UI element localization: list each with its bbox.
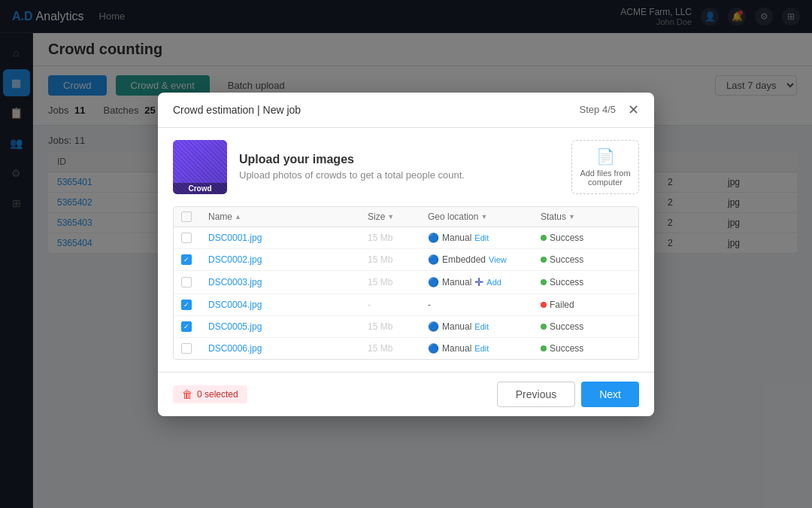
upload-desc: Upload photos of crowds to get a total p…: [239, 169, 465, 181]
status-dot-5: [541, 324, 547, 330]
status-text-6: Success: [550, 343, 583, 354]
col-size-header[interactable]: Size ▼: [368, 211, 428, 222]
file-row: DSC0004.jpg - - Failed: [174, 294, 638, 316]
modal-close-button[interactable]: ✕: [628, 103, 639, 117]
file-checkbox-3[interactable]: [181, 277, 192, 287]
status-dot-1: [541, 235, 547, 241]
file-name-4[interactable]: DSC0004.jpg: [208, 300, 368, 310]
file-checkbox-5[interactable]: [181, 321, 192, 332]
status-sort-icon: ▼: [568, 213, 575, 221]
selected-badge: 🗑 0 selected: [173, 385, 247, 403]
modal-title: Crowd estimation | New job: [173, 104, 301, 116]
status-dot-3: [541, 279, 547, 285]
status-text-5: Success: [550, 321, 583, 332]
file-upload-icon: 📄: [596, 148, 615, 166]
file-checkbox-1[interactable]: [181, 233, 192, 243]
modal-step: Step 4/5: [580, 104, 616, 115]
status-cell-4: Failed: [541, 300, 631, 310]
name-sort-icon: ▲: [235, 213, 241, 221]
geo-cell-5: 🔵 Manual Edit: [428, 321, 541, 332]
upload-header: Crowd Upload your images Upload photos o…: [173, 140, 639, 194]
geo-edit-1[interactable]: Edit: [474, 233, 489, 242]
status-text-3: Success: [550, 277, 583, 287]
geo-type-2: Embedded: [442, 254, 486, 265]
file-size-1: 15 Mb: [368, 233, 428, 243]
status-cell-6: Success: [541, 343, 631, 354]
modal-footer: 🗑 0 selected Previous Next: [158, 372, 654, 416]
file-name-6[interactable]: DSC0006.jpg: [208, 343, 368, 354]
file-size-5: 15 Mb: [368, 321, 428, 332]
geo-edit-6[interactable]: Edit: [474, 344, 489, 353]
geo-sort-icon: ▼: [480, 213, 487, 221]
geo-icon-6: 🔵: [428, 343, 439, 354]
file-size-3: 15 Mb: [368, 277, 428, 287]
crowd-thumbnail: Crowd: [173, 140, 227, 194]
file-name-5[interactable]: DSC0005.jpg: [208, 321, 368, 332]
status-text-2: Success: [550, 254, 583, 265]
file-table-header: Name ▲ Size ▼ Geo location ▼ Status ▼: [174, 207, 638, 227]
status-cell-3: Success: [541, 277, 631, 287]
geo-icon-1: 🔵: [428, 233, 439, 243]
file-checkbox-6[interactable]: [181, 343, 192, 354]
file-table-body: DSC0001.jpg 15 Mb 🔵 Manual Edit Success: [174, 227, 638, 359]
select-all-checkbox[interactable]: [181, 211, 192, 222]
status-text-4: Failed: [550, 300, 574, 310]
status-dot-6: [541, 345, 547, 351]
geo-type-1: Manual: [442, 233, 471, 243]
geo-type-4: -: [428, 300, 431, 310]
size-sort-icon: ▼: [387, 213, 394, 221]
file-checkbox-2[interactable]: [181, 254, 192, 265]
file-row: DSC0002.jpg 15 Mb 🔵 Embedded View Succes…: [174, 249, 638, 271]
col-geo-header[interactable]: Geo location ▼: [428, 211, 541, 222]
add-files-label: Add files from computer: [580, 169, 630, 187]
geo-icon-5: 🔵: [428, 321, 439, 332]
modal-dialog: Crowd estimation | New job Step 4/5 ✕ Cr…: [158, 93, 654, 416]
selected-count: 0 selected: [197, 389, 238, 400]
geo-add-3[interactable]: ✛: [474, 276, 483, 288]
file-name-1[interactable]: DSC0001.jpg: [208, 233, 368, 243]
next-button[interactable]: Next: [581, 382, 639, 407]
file-checkbox-4[interactable]: [181, 300, 192, 310]
geo-cell-3: 🔵 Manual ✛ Add: [428, 276, 541, 288]
geo-view-2[interactable]: View: [489, 255, 507, 264]
geo-icon-3: 🔵: [428, 277, 439, 287]
modal-header: Crowd estimation | New job Step 4/5 ✕: [158, 93, 654, 128]
status-cell-5: Success: [541, 321, 631, 332]
status-cell-2: Success: [541, 254, 631, 265]
geo-type-6: Manual: [442, 343, 471, 354]
geo-edit-5[interactable]: Edit: [474, 322, 489, 331]
status-text-1: Success: [550, 233, 583, 243]
previous-button[interactable]: Previous: [497, 382, 575, 407]
geo-type-3: Manual: [442, 277, 471, 287]
geo-add-link-3[interactable]: Add: [486, 278, 501, 287]
file-size-4: -: [368, 300, 428, 310]
footer-buttons: Previous Next: [497, 382, 639, 407]
geo-cell-4: -: [428, 300, 541, 310]
col-status-header[interactable]: Status ▼: [541, 211, 631, 222]
status-dot-2: [541, 257, 547, 263]
file-name-3[interactable]: DSC0003.jpg: [208, 277, 368, 287]
add-files-button[interactable]: 📄 Add files from computer: [571, 140, 639, 194]
file-row: DSC0005.jpg 15 Mb 🔵 Manual Edit Success: [174, 316, 638, 338]
file-size-2: 15 Mb: [368, 254, 428, 265]
trash-icon[interactable]: 🗑: [182, 388, 192, 400]
file-row: DSC0006.jpg 15 Mb 🔵 Manual Edit Success: [174, 338, 638, 359]
geo-cell-6: 🔵 Manual Edit: [428, 343, 541, 354]
file-name-2[interactable]: DSC0002.jpg: [208, 254, 368, 265]
geo-cell-1: 🔵 Manual Edit: [428, 233, 541, 243]
col-name-header[interactable]: Name ▲: [208, 211, 368, 222]
status-cell-1: Success: [541, 233, 631, 243]
file-row: DSC0001.jpg 15 Mb 🔵 Manual Edit Success: [174, 227, 638, 249]
file-table: Name ▲ Size ▼ Geo location ▼ Status ▼: [173, 206, 639, 360]
file-row: DSC0003.jpg 15 Mb 🔵 Manual ✛ Add Success: [174, 271, 638, 294]
crowd-label: Crowd: [173, 183, 227, 194]
geo-cell-2: 🔵 Embedded View: [428, 254, 541, 265]
geo-type-5: Manual: [442, 321, 471, 332]
modal-body: Crowd Upload your images Upload photos o…: [158, 128, 654, 372]
upload-info: Upload your images Upload photos of crow…: [239, 153, 465, 181]
upload-title: Upload your images: [239, 153, 465, 166]
modal-overlay: Crowd estimation | New job Step 4/5 ✕ Cr…: [0, 0, 812, 508]
geo-icon-2: 🔵: [428, 254, 439, 265]
file-size-6: 15 Mb: [368, 343, 428, 354]
status-dot-4: [541, 302, 547, 308]
